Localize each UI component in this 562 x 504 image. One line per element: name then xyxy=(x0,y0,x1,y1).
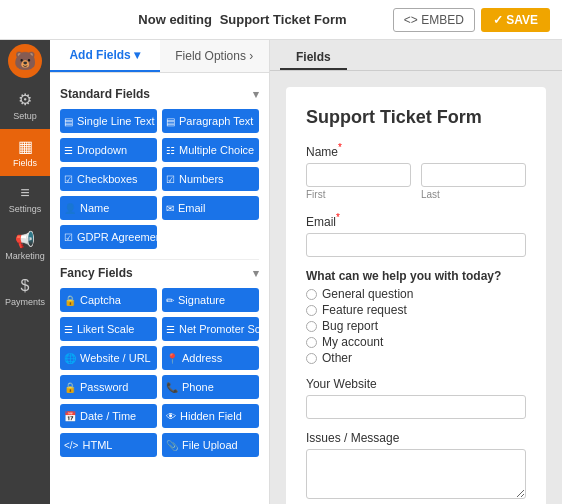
password-icon: 🔒 xyxy=(64,382,76,393)
radio-feature: Feature request xyxy=(306,303,526,317)
last-name-input[interactable] xyxy=(421,163,526,187)
radio-circle-account[interactable] xyxy=(306,337,317,348)
phone-label: Phone xyxy=(182,381,214,393)
radio-bug: Bug report xyxy=(306,319,526,333)
standard-field-buttons: ▤ Single Line Text ▤ Paragraph Text ☰ Dr… xyxy=(60,109,259,249)
radio-circle-feature[interactable] xyxy=(306,305,317,316)
paragraph-icon: ▤ xyxy=(166,116,175,127)
fancy-fields-label: Fancy Fields xyxy=(60,266,133,280)
hidden-icon: 👁 xyxy=(166,411,176,422)
nps-label: Net Promoter Score xyxy=(179,323,259,335)
nps-icon: ☰ xyxy=(166,324,175,335)
likert-icon: ☰ xyxy=(64,324,73,335)
field-btn-datetime[interactable]: 📅 Date / Time xyxy=(60,404,157,428)
field-btn-file-upload[interactable]: 📎 File Upload xyxy=(162,433,259,457)
setup-icon: ⚙ xyxy=(18,90,32,109)
datetime-label: Date / Time xyxy=(80,410,136,422)
field-btn-phone[interactable]: 📞 Phone xyxy=(162,375,259,399)
likert-label: Likert Scale xyxy=(77,323,134,335)
field-btn-hidden[interactable]: 👁 Hidden Field xyxy=(162,404,259,428)
field-btn-paragraph[interactable]: ▤ Paragraph Text xyxy=(162,109,259,133)
field-btn-address[interactable]: 📍 Address xyxy=(162,346,259,370)
website-label: Website / URL xyxy=(80,352,151,364)
save-button[interactable]: ✓ SAVE xyxy=(481,8,550,32)
radio-circle-other[interactable] xyxy=(306,353,317,364)
multiple-choice-label: Multiple Choice xyxy=(179,144,254,156)
radio-account: My account xyxy=(306,335,526,349)
multiple-choice-icon: ☷ xyxy=(166,145,175,156)
name-first-col: First xyxy=(306,163,411,200)
checkboxes-label: Checkboxes xyxy=(77,173,138,185)
message-label: Issues / Message xyxy=(306,431,526,445)
fields-label: Fields xyxy=(13,158,37,168)
tab-field-options[interactable]: Field Options › xyxy=(160,40,270,72)
radio-other: Other xyxy=(306,351,526,365)
radio-circle-general[interactable] xyxy=(306,289,317,300)
field-btn-dropdown[interactable]: ☰ Dropdown xyxy=(60,138,157,162)
field-tabs: Add Fields ▾ Field Options › xyxy=(50,40,269,73)
settings-icon: ≡ xyxy=(20,184,29,202)
standard-fields-header: Standard Fields ▾ xyxy=(60,87,259,101)
field-btn-signature[interactable]: ✏ Signature xyxy=(162,288,259,312)
file-upload-label: File Upload xyxy=(182,439,238,451)
name-last-col: Last xyxy=(421,163,526,200)
sidebar-item-settings[interactable]: ≡ Settings xyxy=(0,176,50,222)
sidebar-item-setup[interactable]: ⚙ Setup xyxy=(0,82,50,129)
radio-general: General question xyxy=(306,287,526,301)
field-btn-likert[interactable]: ☰ Likert Scale xyxy=(60,317,157,341)
hidden-label: Hidden Field xyxy=(180,410,242,422)
standard-fields-label: Standard Fields xyxy=(60,87,150,101)
payments-label: Payments xyxy=(5,297,45,307)
name-row: First Last xyxy=(306,163,526,200)
address-label: Address xyxy=(182,352,222,364)
numbers-icon: ☑ xyxy=(166,174,175,185)
help-question-label: What can we help you with today? xyxy=(306,269,526,283)
field-btn-checkboxes[interactable]: ☑ Checkboxes xyxy=(60,167,157,191)
main-layout: 🐻 ⚙ Setup ▦ Fields ≡ Settings 📢 Marketin… xyxy=(0,40,562,504)
message-textarea[interactable] xyxy=(306,449,526,499)
radio-circle-bug[interactable] xyxy=(306,321,317,332)
left-panel: Add Fields ▾ Field Options › Standard Fi… xyxy=(50,40,270,504)
help-radio-group: General question Feature request Bug rep… xyxy=(306,287,526,365)
email-icon: ✉ xyxy=(166,203,174,214)
name-field: Name* First Last xyxy=(306,142,526,200)
email-field: Email* xyxy=(306,212,526,257)
website-input[interactable] xyxy=(306,395,526,419)
marketing-icon: 📢 xyxy=(15,230,35,249)
numbers-label: Numbers xyxy=(179,173,224,185)
field-btn-name[interactable]: 👤 Name xyxy=(60,196,157,220)
field-btn-email[interactable]: ✉ Email xyxy=(162,196,259,220)
embed-button[interactable]: <> EMBED xyxy=(393,8,475,32)
dropdown-icon: ☰ xyxy=(64,145,73,156)
field-btn-numbers[interactable]: ☑ Numbers xyxy=(162,167,259,191)
field-btn-nps[interactable]: ☰ Net Promoter Score xyxy=(162,317,259,341)
sidebar-item-marketing[interactable]: 📢 Marketing xyxy=(0,222,50,269)
single-line-label: Single Line Text xyxy=(77,115,154,127)
form-preview: Support Ticket Form Name* First Last xyxy=(270,71,562,504)
captcha-icon: 🔒 xyxy=(64,295,76,306)
payments-icon: $ xyxy=(21,277,30,295)
field-btn-multiple-choice[interactable]: ☷ Multiple Choice xyxy=(162,138,259,162)
fields-icon: ▦ xyxy=(18,137,33,156)
field-btn-gdpr[interactable]: ☑ GDPR Agreement xyxy=(60,225,157,249)
first-name-input[interactable] xyxy=(306,163,411,187)
field-btn-single-line[interactable]: ▤ Single Line Text xyxy=(60,109,157,133)
email-input[interactable] xyxy=(306,233,526,257)
field-btn-captcha[interactable]: 🔒 Captcha xyxy=(60,288,157,312)
sidebar-item-fields[interactable]: ▦ Fields xyxy=(0,129,50,176)
website-label: Your Website xyxy=(306,377,526,391)
top-bar-actions: <> EMBED ✓ SAVE xyxy=(393,8,550,32)
right-panel-tab-fields: Fields xyxy=(280,46,347,70)
sidebar-item-payments[interactable]: $ Payments xyxy=(0,269,50,315)
gdpr-label: GDPR Agreement xyxy=(77,231,157,243)
help-field: What can we help you with today? General… xyxy=(306,269,526,365)
field-btn-website[interactable]: 🌐 Website / URL xyxy=(60,346,157,370)
fancy-chevron-icon: ▾ xyxy=(253,267,259,280)
message-field: Issues / Message xyxy=(306,431,526,502)
tab-add-fields[interactable]: Add Fields ▾ xyxy=(50,40,160,72)
paragraph-label: Paragraph Text xyxy=(179,115,253,127)
field-btn-password[interactable]: 🔒 Password xyxy=(60,375,157,399)
field-btn-html[interactable]: </> HTML xyxy=(60,433,157,457)
top-bar: Now editing Support Ticket Form <> EMBED… xyxy=(0,0,562,40)
single-line-icon: ▤ xyxy=(64,116,73,127)
